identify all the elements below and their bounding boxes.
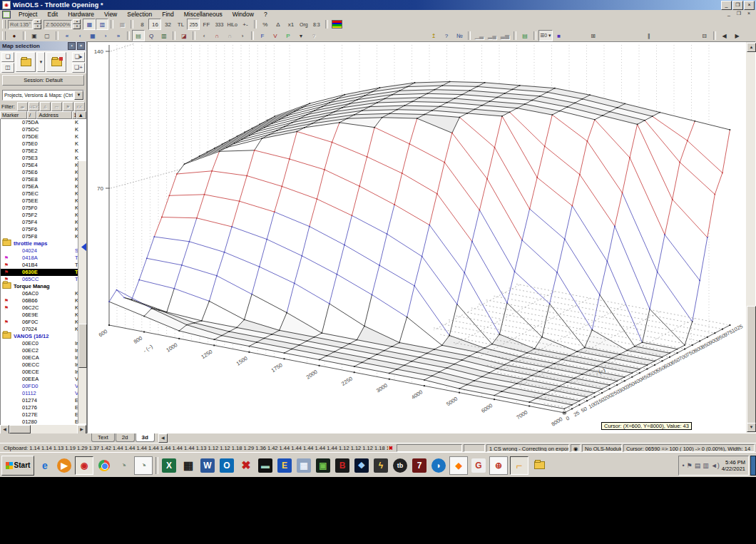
map-row[interactable]: 01276E — [1, 404, 86, 411]
map-row[interactable]: 075E3K — [1, 155, 86, 162]
taskbar-map-app[interactable]: ▣ — [315, 457, 332, 474]
width-16bit-button[interactable]: 16 — [148, 19, 161, 30]
open-project-button[interactable] — [16, 52, 36, 72]
map-row[interactable]: 075EEK — [1, 197, 86, 205]
map-row[interactable]: 075F4K — [1, 219, 86, 226]
preview-button[interactable]: Q — [145, 30, 158, 41]
close-button[interactable]: × — [744, 1, 755, 10]
taskbar-terminal[interactable]: ▬ — [257, 457, 274, 474]
delta-button[interactable]: Δ — [272, 19, 285, 30]
map-row[interactable]: 075DAK — [1, 119, 86, 126]
print-button[interactable]: ▥ — [158, 30, 170, 41]
menu-view[interactable]: View — [99, 11, 122, 18]
taskbar-pe-app[interactable]: E — [276, 457, 293, 474]
taskbar-b-app[interactable]: B — [334, 457, 351, 474]
taskbar-tb-app[interactable]: tb — [392, 457, 409, 474]
map-row[interactable]: 00ECEIr — [1, 369, 86, 376]
map-row[interactable]: ⚑041B4T — [1, 262, 86, 269]
menu-[interactable]: ? — [259, 11, 272, 18]
table-rows-button[interactable]: ∥ — [643, 30, 655, 41]
taskbar-photo-app[interactable]: ϟ — [372, 457, 389, 474]
compare-button[interactable]: 8:3 — [310, 19, 323, 30]
menu-find[interactable]: Find — [157, 11, 179, 18]
panel-hscrollbar[interactable]: ◀ ▶ — [0, 425, 86, 433]
chart-c-button[interactable]: ▃▅ — [499, 30, 511, 41]
map-list-header[interactable]: Marker / Address 1 ▲ — [0, 111, 86, 119]
vscroll-thumb[interactable] — [78, 324, 87, 368]
original-button[interactable]: Org — [297, 19, 310, 30]
last-map-button[interactable]: » — [112, 30, 125, 41]
taskbar-chrome[interactable] — [96, 457, 113, 474]
prev-map-button[interactable]: ‹ — [73, 30, 86, 41]
width-text-button[interactable]: TL — [174, 19, 187, 30]
tab-prev-button[interactable]: ◀ — [718, 30, 731, 41]
hscroll-right-arrow[interactable]: ▶ — [77, 425, 86, 434]
chart-a-button[interactable]: ▁▃ — [473, 30, 486, 41]
save-project-button[interactable]: ◫ — [1, 63, 14, 73]
help-button[interactable]: ? — [440, 30, 453, 41]
menu-edit[interactable]: Edit — [42, 11, 63, 18]
taskbar-x-app[interactable]: ✖ — [237, 457, 255, 474]
list-vscrollbar[interactable] — [78, 161, 86, 424]
map-row[interactable]: 075F0K — [1, 205, 86, 212]
map-row[interactable]: ⚑0418AT — [1, 255, 86, 262]
map-row[interactable]: 04024S — [1, 247, 86, 255]
map-row[interactable]: 075F2K — [1, 212, 86, 219]
new-project-button[interactable]: ❏ — [1, 52, 14, 62]
chart-scroll-down[interactable]: ▼ — [747, 423, 756, 432]
window-new-button[interactable]: ▣ — [28, 30, 41, 41]
map-row[interactable]: 00EC0Ir — [1, 340, 86, 347]
taskbar-settings-wrench[interactable]: ⌐ — [510, 456, 528, 475]
mdi-document-icon[interactable] — [2, 11, 11, 19]
zoom-spinner[interactable]: ▲▼ — [73, 19, 81, 29]
start-button[interactable]: Start — [1, 456, 34, 476]
color-mode-button[interactable]: ■ — [553, 30, 566, 41]
scope-combobox-arrow[interactable]: ▼ — [74, 91, 83, 100]
map-row[interactable]: 075E4K — [1, 162, 86, 169]
map-row[interactable]: 075F6K — [1, 226, 86, 233]
tray-clock[interactable]: 5:46 PM 4/22/2021 — [722, 459, 745, 472]
display-hex-button[interactable]: FF — [200, 19, 213, 30]
width-8bit-button[interactable]: 8 — [136, 19, 148, 30]
hscroll-left-arrow[interactable]: ◀ — [0, 425, 9, 434]
map-row[interactable]: 075E0K — [1, 140, 86, 148]
map-row[interactable]: 075E6K — [1, 169, 86, 176]
undo-button[interactable]: ∩ — [210, 30, 223, 41]
hscroll-thumb[interactable] — [9, 425, 31, 433]
open-project-dropdown[interactable]: ▼ — [37, 52, 45, 72]
panel-close-button[interactable]: × — [77, 42, 85, 50]
taskbar-7zip[interactable]: 7 — [411, 457, 428, 474]
forward-button[interactable]: › — [236, 30, 249, 41]
map-row[interactable]: 075DEK — [1, 133, 86, 140]
toolbar-grip[interactable] — [2, 20, 6, 29]
menu-hardware[interactable]: Hardware — [63, 11, 99, 18]
tab-2d[interactable]: 2d — [116, 433, 135, 442]
help-q-button[interactable]: ? — [307, 30, 320, 41]
map-row[interactable]: 00ECAIr — [1, 354, 86, 361]
byteorder-button[interactable]: HiLo — [225, 19, 238, 30]
surface-chart[interactable]: 6008001000125015001750200022503000400050… — [89, 42, 747, 436]
project-menu-button[interactable]: ▾ — [295, 30, 307, 41]
map-row[interactable]: 00ECCIr — [1, 361, 86, 369]
map-row[interactable]: 01274E — [1, 397, 86, 404]
toolbar-grip2[interactable] — [2, 31, 6, 40]
version-button[interactable]: V — [269, 30, 282, 41]
map-row[interactable]: 01112V — [1, 390, 86, 397]
tab-scroll-left[interactable]: ◀ — [158, 433, 168, 443]
family-button[interactable]: F — [256, 30, 269, 41]
mdi-close-button[interactable]: × — [745, 11, 753, 18]
add-version-button[interactable]: ❏+ — [72, 63, 85, 73]
map-row[interactable]: ⚑065CCT — [1, 276, 86, 283]
menu-miscellaneous[interactable]: Miscellaneous — [179, 11, 228, 18]
redo-button[interactable]: ∩ — [223, 30, 236, 41]
rotation-field[interactable]: Rot:135° — [8, 20, 33, 29]
display-bin-button[interactable]: 333 — [213, 19, 225, 30]
map-row[interactable]: 075E8K — [1, 176, 86, 183]
map-row[interactable]: ⚑0630ET — [1, 269, 86, 276]
map-row[interactable]: 075F8K — [1, 233, 86, 240]
taskbar-chip-tool[interactable]: ▦ — [180, 457, 197, 474]
filter-area-button[interactable]: ▭ — [51, 102, 62, 111]
map-row[interactable]: 00FD0V — [1, 383, 86, 390]
filter-flag-button[interactable]: ⚑ — [63, 102, 73, 111]
tray-icon-3[interactable]: ▥ — [703, 462, 709, 469]
